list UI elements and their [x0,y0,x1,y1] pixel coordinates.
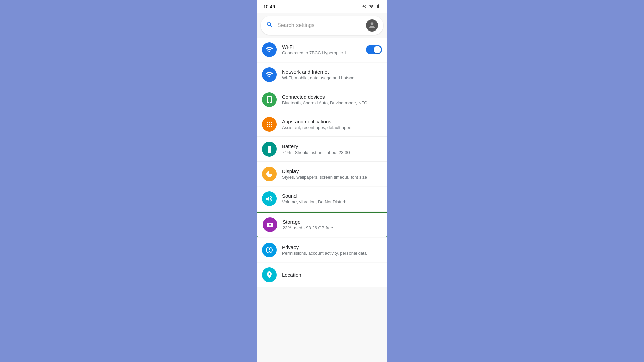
location-icon-circle [262,267,277,282]
wifi-toggle[interactable] [366,45,382,54]
settings-item-storage[interactable]: Storage 23% used - 98.26 GB free [257,212,387,237]
privacy-subtitle: Permissions, account activity, personal … [282,251,382,256]
storage-subtitle: 23% used - 98.26 GB free [283,225,381,230]
settings-item-battery[interactable]: Battery 74% - Should last until about 23… [257,137,387,162]
settings-item-privacy[interactable]: Privacy Permissions, account activity, p… [257,238,387,262]
connected-devices-icon-circle [262,92,277,107]
search-placeholder: Search settings [277,22,362,28]
settings-item-sound[interactable]: Sound Volume, vibration, Do Not Disturb [257,187,387,211]
phone-screen: 10:46 Search settings [257,0,387,362]
search-bar[interactable]: Search settings [261,16,383,35]
privacy-icon-circle [262,243,277,257]
network-subtitle: Wi-Fi, mobile, data usage and hotspot [282,75,382,80]
wifi-text: Wi-Fi Connected to 7BCC Hyperoptic 1... [282,44,361,55]
wifi-icon-circle [262,42,277,57]
privacy-text: Privacy Permissions, account activity, p… [282,244,382,256]
location-text: Location [282,272,382,278]
network-title: Network and Internet [282,69,382,75]
status-icons [362,4,381,10]
status-time: 10:46 [263,4,275,9]
wifi-status-icon [369,4,374,10]
display-title: Display [282,168,382,174]
apps-subtitle: Assistant, recent apps, default apps [282,125,382,130]
battery-text: Battery 74% - Should last until about 23… [282,143,382,155]
battery-title: Battery [282,143,382,149]
settings-item-apps[interactable]: Apps and notifications Assistant, recent… [257,112,387,137]
display-text: Display Styles, wallpapers, screen timeo… [282,168,382,180]
connected-devices-text: Connected devices Bluetooth, Android Aut… [282,94,382,105]
settings-item-connected-devices[interactable]: Connected devices Bluetooth, Android Aut… [257,87,387,112]
sound-text: Sound Volume, vibration, Do Not Disturb [282,193,382,204]
apps-icon-circle [262,117,277,132]
sound-icon-circle [262,191,277,206]
wifi-toggle-thumb [374,46,381,53]
sound-subtitle: Volume, vibration, Do Not Disturb [282,199,382,204]
settings-list: Wi-Fi Connected to 7BCC Hyperoptic 1... … [257,38,387,362]
storage-icon-circle [263,217,277,232]
user-avatar[interactable] [366,19,378,32]
privacy-title: Privacy [282,244,382,250]
network-icon-circle [262,67,277,82]
storage-text: Storage 23% used - 98.26 GB free [283,219,381,230]
settings-item-wifi[interactable]: Wi-Fi Connected to 7BCC Hyperoptic 1... [257,38,387,62]
wifi-title: Wi-Fi [282,44,361,50]
battery-icon-circle [262,142,277,157]
apps-text: Apps and notifications Assistant, recent… [282,119,382,130]
connected-devices-subtitle: Bluetooth, Android Auto, Driving mode, N… [282,100,382,105]
settings-item-display[interactable]: Display Styles, wallpapers, screen timeo… [257,162,387,186]
location-title: Location [282,272,382,278]
battery-subtitle: 74% - Should last until about 23:30 [282,150,382,155]
search-icon [266,21,273,30]
network-text: Network and Internet Wi-Fi, mobile, data… [282,69,382,80]
mute-icon [362,4,367,10]
wifi-toggle-switch[interactable] [366,45,382,54]
display-icon-circle [262,167,277,181]
display-subtitle: Styles, wallpapers, screen timeout, font… [282,175,382,180]
sound-title: Sound [282,193,382,199]
storage-title: Storage [283,219,381,225]
connected-devices-title: Connected devices [282,94,382,100]
apps-title: Apps and notifications [282,119,382,124]
status-bar: 10:46 [257,0,387,13]
wifi-subtitle: Connected to 7BCC Hyperoptic 1... [282,50,361,55]
settings-item-location[interactable]: Location [257,263,387,287]
battery-status-icon [376,4,381,10]
settings-item-network[interactable]: Network and Internet Wi-Fi, mobile, data… [257,63,387,87]
